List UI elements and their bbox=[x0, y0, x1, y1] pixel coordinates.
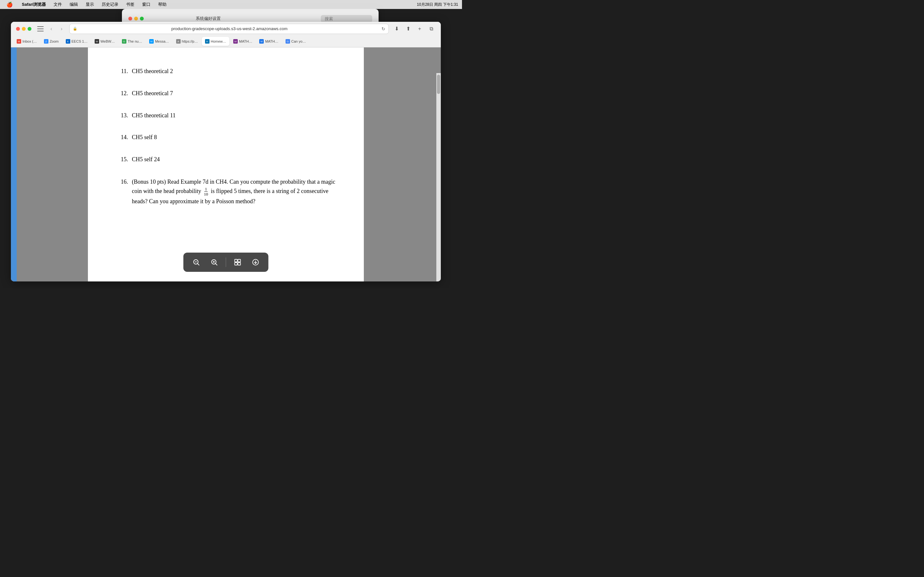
item-number-11: 11. bbox=[113, 67, 128, 76]
scrollbar[interactable] bbox=[436, 73, 441, 282]
webwork-favicon: W bbox=[95, 39, 99, 44]
fraction-1-10: 110 bbox=[203, 187, 208, 197]
show-tabs-button[interactable]: ⧉ bbox=[427, 24, 436, 33]
item-number-13: 13. bbox=[113, 111, 128, 120]
tab-https-label: https://p… bbox=[182, 39, 198, 43]
menu-file[interactable]: 文件 bbox=[51, 1, 65, 8]
list-item: 16. (Bonus 10 pts) Read Example 7d in CH… bbox=[113, 177, 338, 206]
nav-buttons: ‹ › bbox=[47, 24, 66, 33]
list-item: 11. CH5 theoretical 2 bbox=[113, 67, 338, 76]
tab-chart[interactable]: M MATH… bbox=[256, 37, 281, 46]
menu-edit[interactable]: 编辑 bbox=[67, 1, 81, 8]
pdf-toolbar bbox=[184, 253, 268, 272]
tab-mathpix1[interactable]: M MATH… bbox=[230, 37, 255, 46]
forward-button[interactable]: › bbox=[57, 24, 66, 33]
item-text-13: CH5 theoretical 11 bbox=[132, 111, 338, 120]
address-text: production-gradescope-uploads.s3-us-west… bbox=[79, 26, 380, 31]
svg-rect-8 bbox=[238, 259, 241, 262]
pdf-download-button[interactable] bbox=[249, 256, 262, 269]
safari-toolbar: ‹ › 🔒 production-gradescope-uploads.s3-u… bbox=[11, 22, 441, 35]
tab-eecs[interactable]: E EECS 1… bbox=[63, 37, 91, 46]
menu-history[interactable]: 历史记录 bbox=[99, 1, 121, 8]
svg-line-6 bbox=[216, 264, 217, 266]
tab-gmail[interactable]: M Inbox (… bbox=[13, 37, 40, 46]
traffic-lights bbox=[16, 27, 31, 31]
https-favicon: A bbox=[176, 39, 181, 44]
tab-messenger-label: Messa… bbox=[155, 39, 169, 43]
list-item: 12. CH5 theoretical 7 bbox=[113, 89, 338, 98]
tab-gmail-label: Inbox (… bbox=[23, 39, 37, 43]
scrollbar-thumb[interactable] bbox=[437, 75, 440, 94]
safari-titlebar: ‹ › 🔒 production-gradescope-uploads.s3-u… bbox=[11, 22, 441, 47]
tab-gradescope[interactable]: H Homew… bbox=[202, 37, 229, 46]
fraction-numerator: 1 bbox=[204, 187, 208, 192]
tabs-bar: M Inbox (… Z Zoom E EECS 1… W WeBW… G Th… bbox=[11, 35, 441, 47]
menu-bookmarks[interactable]: 书签 bbox=[124, 1, 137, 8]
back-button[interactable]: ‹ bbox=[47, 24, 56, 33]
reload-button[interactable]: ↻ bbox=[381, 26, 385, 31]
mathpix1-favicon: M bbox=[233, 39, 238, 44]
sysprefs-traffic-lights bbox=[128, 17, 144, 21]
item-number-15: 15. bbox=[113, 155, 128, 164]
share-button[interactable]: ⬆ bbox=[404, 24, 413, 33]
item-text-14: CH5 self 8 bbox=[132, 133, 338, 142]
tab-webwork-label: WeBW… bbox=[100, 39, 115, 43]
menu-help[interactable]: 帮助 bbox=[156, 1, 169, 8]
item-text-16: (Bonus 10 pts) Read Example 7d in CH4. C… bbox=[132, 177, 338, 206]
tab-zoom-label: Zoom bbox=[50, 39, 59, 43]
thumbnail-button[interactable] bbox=[231, 256, 244, 269]
messenger-favicon: M bbox=[149, 39, 153, 44]
tab-chart-label: MATH… bbox=[265, 39, 278, 43]
sysprefs-search-input[interactable] bbox=[321, 15, 372, 23]
item-text-15: CH5 self 24 bbox=[132, 155, 338, 164]
toolbar-actions: ⬇ ⬆ + ⧉ bbox=[392, 24, 436, 33]
menubar-datetime: 10月28日 周四 下午1:31 bbox=[417, 2, 458, 7]
sidebar-toggle-button[interactable] bbox=[37, 26, 44, 31]
close-button[interactable] bbox=[16, 27, 20, 31]
chart-favicon: M bbox=[259, 39, 264, 44]
new-tab-button[interactable]: + bbox=[415, 24, 424, 33]
tab-eecs-label: EECS 1… bbox=[71, 39, 87, 43]
item-number-16: 16. bbox=[113, 177, 128, 187]
sysprefs-titlebar: 系统偏好设置 bbox=[122, 15, 379, 23]
menu-view[interactable]: 显示 bbox=[83, 1, 97, 8]
tab-google[interactable]: G The nu… bbox=[119, 37, 145, 46]
minimize-button[interactable] bbox=[22, 27, 26, 31]
menubar-right: 10月28日 周四 下午1:31 bbox=[417, 2, 458, 7]
eecs-favicon: E bbox=[66, 39, 70, 44]
list-item: 13. CH5 theoretical 11 bbox=[113, 111, 338, 120]
address-bar[interactable]: 🔒 production-gradescope-uploads.s3-us-we… bbox=[69, 24, 389, 34]
google-favicon: G bbox=[122, 39, 126, 44]
zoom-in-button[interactable] bbox=[208, 256, 221, 269]
pdf-page: 11. CH5 theoretical 2 12. CH5 theoretica… bbox=[88, 47, 364, 282]
list-item: 15. CH5 self 24 bbox=[113, 155, 338, 164]
svg-rect-7 bbox=[235, 259, 237, 262]
sysprefs-maximize-button[interactable] bbox=[140, 17, 144, 21]
app-name[interactable]: Safari浏览器 bbox=[19, 1, 48, 8]
maximize-button[interactable] bbox=[27, 27, 31, 31]
tab-google2[interactable]: G Can yo… bbox=[282, 37, 309, 46]
apple-menu[interactable]: 🍎 bbox=[4, 1, 15, 8]
google2-favicon: G bbox=[286, 39, 290, 44]
svg-rect-10 bbox=[238, 263, 241, 265]
item-text-11: CH5 theoretical 2 bbox=[132, 67, 338, 76]
lock-icon: 🔒 bbox=[73, 27, 78, 31]
sysprefs-title: 系统偏好设置 bbox=[196, 16, 221, 21]
sysprefs-close-button[interactable] bbox=[128, 17, 132, 21]
pdf-content[interactable]: 11. CH5 theoretical 2 12. CH5 theoretica… bbox=[11, 47, 441, 282]
item-text-12: CH5 theoretical 7 bbox=[132, 89, 338, 98]
download-button[interactable]: ⬇ bbox=[392, 24, 401, 33]
tab-gradescope-label: Homew… bbox=[211, 39, 226, 43]
tab-messenger[interactable]: M Messa… bbox=[146, 37, 172, 46]
tab-google2-label: Can yo… bbox=[291, 39, 306, 43]
zoom-out-button[interactable] bbox=[190, 256, 203, 269]
tab-webwork[interactable]: W WeBW… bbox=[91, 37, 118, 46]
tab-https[interactable]: A https://p… bbox=[173, 37, 201, 46]
sysprefs-minimize-button[interactable] bbox=[134, 17, 138, 21]
pdf-list: 11. CH5 theoretical 2 12. CH5 theoretica… bbox=[113, 67, 338, 206]
tab-zoom[interactable]: Z Zoom bbox=[41, 37, 62, 46]
menu-window[interactable]: 窗口 bbox=[140, 1, 153, 8]
safari-window: ‹ › 🔒 production-gradescope-uploads.s3-u… bbox=[11, 22, 441, 282]
svg-rect-9 bbox=[235, 263, 237, 265]
list-item: 14. CH5 self 8 bbox=[113, 133, 338, 142]
